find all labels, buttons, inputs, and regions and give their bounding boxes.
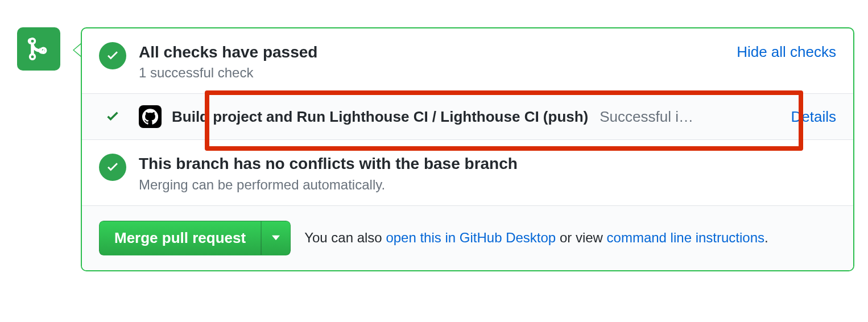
merge-hint-text: You can also open this in GitHub Desktop… [304,230,768,246]
merge-hint-suffix: . [764,230,768,245]
checks-summary-section: All checks have passed 1 successful chec… [82,28,853,93]
github-avatar-icon [139,105,162,128]
success-status-badge [99,154,126,181]
conflicts-section: This branch has no conflicts with the ba… [82,139,853,205]
merge-marker [17,27,60,71]
check-icon [105,48,120,63]
svg-point-0 [30,39,35,44]
merge-hint-middle: or view [556,230,606,245]
cli-instructions-link[interactable]: command line instructions [607,230,764,245]
caret-down-icon [272,235,280,241]
toggle-checks-link[interactable]: Hide all checks [737,43,836,61]
open-desktop-link[interactable]: open this in GitHub Desktop [386,230,556,245]
svg-point-1 [30,54,35,59]
success-status-badge [99,42,126,69]
check-row: Build project and Run Lighthouse CI / Li… [82,93,853,139]
merge-footer: Merge pull request You can also open thi… [82,205,853,270]
check-icon [105,160,120,175]
check-name: Build project and Run Lighthouse CI / Li… [172,108,588,126]
merge-hint-prefix: You can also [304,230,386,245]
checks-subtitle: 1 successful check [139,65,725,81]
checks-title: All checks have passed [139,42,725,63]
git-merge-icon [26,36,51,61]
conflicts-subtitle: Merging can be performed automatically. [139,177,836,193]
check-details-link[interactable]: Details [791,108,836,126]
merge-pull-request-button[interactable]: Merge pull request [99,221,261,255]
check-status-text: Successful i… [600,108,693,126]
conflicts-title: This branch has no conflicts with the ba… [139,154,836,174]
merge-panel: All checks have passed 1 successful chec… [81,27,854,271]
merge-button-group: Merge pull request [99,221,291,255]
check-success-icon [99,109,126,125]
merge-dropdown-button[interactable] [261,221,291,255]
